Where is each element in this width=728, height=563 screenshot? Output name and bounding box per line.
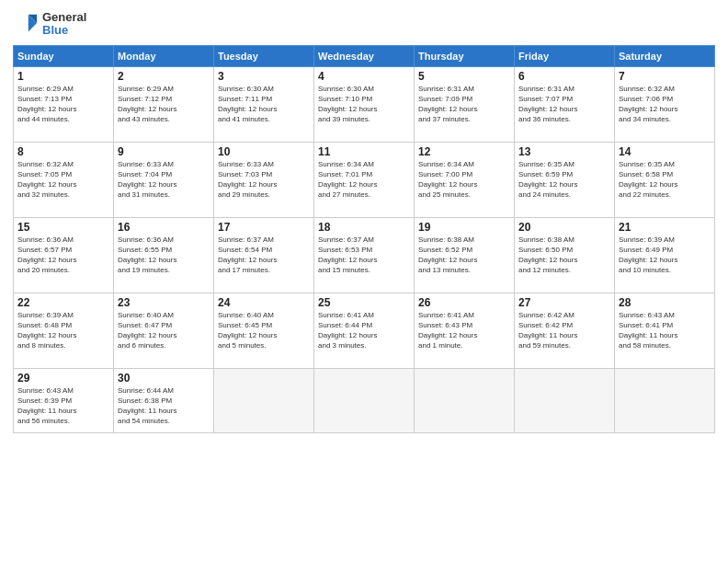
calendar-cell: 3 Sunrise: 6:30 AM Sunset: 7:11 PM Dayli… [214,66,314,142]
day-number: 28 [619,296,711,309]
calendar-cell: 5 Sunrise: 6:31 AM Sunset: 7:09 PM Dayli… [415,66,515,142]
calendar-week-5: 29 Sunrise: 6:43 AM Sunset: 6:39 PM Dayl… [14,368,715,432]
calendar-cell: 22 Sunrise: 6:39 AM Sunset: 6:48 PM Dayl… [14,293,114,368]
cell-info: Sunrise: 6:36 AM Sunset: 6:57 PM Dayligh… [17,235,109,276]
day-number: 16 [118,221,210,234]
cell-info: Sunrise: 6:40 AM Sunset: 6:47 PM Dayligh… [118,310,210,351]
day-number: 10 [218,145,310,158]
cell-info: Sunrise: 6:35 AM Sunset: 6:58 PM Dayligh… [619,159,711,201]
day-number: 29 [17,372,109,385]
calendar-week-2: 8 Sunrise: 6:32 AM Sunset: 7:05 PM Dayli… [14,142,715,217]
day-number: 21 [619,221,711,234]
calendar-cell: 6 Sunrise: 6:31 AM Sunset: 7:07 PM Dayli… [515,66,615,142]
calendar-cell [214,368,314,432]
calendar-cell: 11 Sunrise: 6:34 AM Sunset: 7:01 PM Dayl… [314,142,415,217]
calendar-container: General Blue SundayMondayTuesdayWednesda… [0,0,728,563]
day-number: 23 [118,296,210,309]
cell-info: Sunrise: 6:31 AM Sunset: 7:09 PM Dayligh… [418,84,510,125]
day-number: 25 [318,296,410,309]
day-number: 1 [17,70,109,83]
calendar-cell: 17 Sunrise: 6:37 AM Sunset: 6:54 PM Dayl… [214,217,314,293]
cell-info: Sunrise: 6:31 AM Sunset: 7:07 PM Dayligh… [518,84,610,125]
day-number: 3 [218,70,310,83]
cell-info: Sunrise: 6:37 AM Sunset: 6:53 PM Dayligh… [318,235,410,276]
calendar-cell: 26 Sunrise: 6:41 AM Sunset: 6:43 PM Dayl… [415,293,515,368]
day-header-thursday: Thursday [415,45,515,66]
cell-info: Sunrise: 6:41 AM Sunset: 6:44 PM Dayligh… [318,310,410,351]
calendar-week-1: 1 Sunrise: 6:29 AM Sunset: 7:13 PM Dayli… [14,66,715,142]
cell-info: Sunrise: 6:42 AM Sunset: 6:42 PM Dayligh… [518,310,610,351]
cell-info: Sunrise: 6:43 AM Sunset: 6:41 PM Dayligh… [619,310,711,351]
day-header-saturday: Saturday [615,45,715,66]
calendar-cell: 7 Sunrise: 6:32 AM Sunset: 7:06 PM Dayli… [615,66,715,142]
day-number: 22 [17,296,109,309]
calendar-cell: 10 Sunrise: 6:33 AM Sunset: 7:03 PM Dayl… [214,142,314,217]
cell-info: Sunrise: 6:40 AM Sunset: 6:45 PM Dayligh… [218,310,310,351]
calendar-cell: 30 Sunrise: 6:44 AM Sunset: 6:38 PM Dayl… [114,368,214,432]
calendar-cell: 13 Sunrise: 6:35 AM Sunset: 6:59 PM Dayl… [515,142,615,217]
day-header-monday: Monday [114,45,214,66]
logo-icon [13,11,39,37]
day-number: 15 [17,221,109,234]
calendar-cell: 21 Sunrise: 6:39 AM Sunset: 6:49 PM Dayl… [615,217,715,293]
calendar-cell: 29 Sunrise: 6:43 AM Sunset: 6:39 PM Dayl… [14,368,114,432]
calendar-cell: 8 Sunrise: 6:32 AM Sunset: 7:05 PM Dayli… [14,142,114,217]
day-header-wednesday: Wednesday [314,45,415,66]
cell-info: Sunrise: 6:29 AM Sunset: 7:12 PM Dayligh… [118,84,210,125]
day-header-sunday: Sunday [14,45,114,66]
calendar-cell: 14 Sunrise: 6:35 AM Sunset: 6:58 PM Dayl… [615,142,715,217]
cell-info: Sunrise: 6:43 AM Sunset: 6:39 PM Dayligh… [17,385,109,427]
calendar-cell: 9 Sunrise: 6:33 AM Sunset: 7:04 PM Dayli… [114,142,214,217]
calendar-cell: 23 Sunrise: 6:40 AM Sunset: 6:47 PM Dayl… [114,293,214,368]
day-number: 30 [118,372,210,385]
day-number: 19 [418,221,510,234]
day-number: 11 [318,145,410,158]
calendar-cell [615,368,715,432]
cell-info: Sunrise: 6:30 AM Sunset: 7:10 PM Dayligh… [318,84,410,125]
calendar-cell: 20 Sunrise: 6:38 AM Sunset: 6:50 PM Dayl… [515,217,615,293]
calendar-cell: 1 Sunrise: 6:29 AM Sunset: 7:13 PM Dayli… [14,66,114,142]
logo-text: General Blue [42,11,86,38]
cell-info: Sunrise: 6:32 AM Sunset: 7:06 PM Dayligh… [619,84,711,125]
day-header-friday: Friday [515,45,615,66]
cell-info: Sunrise: 6:44 AM Sunset: 6:38 PM Dayligh… [118,385,210,427]
day-number: 27 [518,296,610,309]
day-number: 6 [518,70,610,83]
cell-info: Sunrise: 6:38 AM Sunset: 6:50 PM Dayligh… [518,235,610,276]
day-number: 24 [218,296,310,309]
day-header-tuesday: Tuesday [214,45,314,66]
calendar-week-4: 22 Sunrise: 6:39 AM Sunset: 6:48 PM Dayl… [14,293,715,368]
day-number: 26 [418,296,510,309]
calendar-cell [314,368,415,432]
calendar-cell: 28 Sunrise: 6:43 AM Sunset: 6:41 PM Dayl… [615,293,715,368]
cell-info: Sunrise: 6:34 AM Sunset: 7:01 PM Dayligh… [318,159,410,201]
cell-info: Sunrise: 6:36 AM Sunset: 6:55 PM Dayligh… [118,235,210,276]
calendar-header: SundayMondayTuesdayWednesdayThursdayFrid… [14,45,715,66]
calendar-cell: 16 Sunrise: 6:36 AM Sunset: 6:55 PM Dayl… [114,217,214,293]
cell-info: Sunrise: 6:33 AM Sunset: 7:04 PM Dayligh… [118,159,210,201]
day-number: 12 [418,145,510,158]
calendar-cell [515,368,615,432]
day-number: 17 [218,221,310,234]
cell-info: Sunrise: 6:41 AM Sunset: 6:43 PM Dayligh… [418,310,510,351]
calendar-cell: 12 Sunrise: 6:34 AM Sunset: 7:00 PM Dayl… [415,142,515,217]
cell-info: Sunrise: 6:32 AM Sunset: 7:05 PM Dayligh… [17,159,109,201]
day-number: 5 [418,70,510,83]
header-row: General Blue [13,11,715,38]
calendar-cell: 18 Sunrise: 6:37 AM Sunset: 6:53 PM Dayl… [314,217,415,293]
cell-info: Sunrise: 6:34 AM Sunset: 7:00 PM Dayligh… [418,159,510,201]
calendar-table: SundayMondayTuesdayWednesdayThursdayFrid… [13,45,715,433]
cell-info: Sunrise: 6:35 AM Sunset: 6:59 PM Dayligh… [518,159,610,201]
calendar-cell: 19 Sunrise: 6:38 AM Sunset: 6:52 PM Dayl… [415,217,515,293]
day-number: 2 [118,70,210,83]
calendar-cell: 4 Sunrise: 6:30 AM Sunset: 7:10 PM Dayli… [314,66,415,142]
calendar-cell: 2 Sunrise: 6:29 AM Sunset: 7:12 PM Dayli… [114,66,214,142]
day-number: 20 [518,221,610,234]
calendar-cell: 27 Sunrise: 6:42 AM Sunset: 6:42 PM Dayl… [515,293,615,368]
day-number: 8 [17,145,109,158]
calendar-cell: 25 Sunrise: 6:41 AM Sunset: 6:44 PM Dayl… [314,293,415,368]
day-number: 7 [619,70,711,83]
cell-info: Sunrise: 6:33 AM Sunset: 7:03 PM Dayligh… [218,159,310,201]
day-number: 9 [118,145,210,158]
cell-info: Sunrise: 6:29 AM Sunset: 7:13 PM Dayligh… [17,84,109,125]
